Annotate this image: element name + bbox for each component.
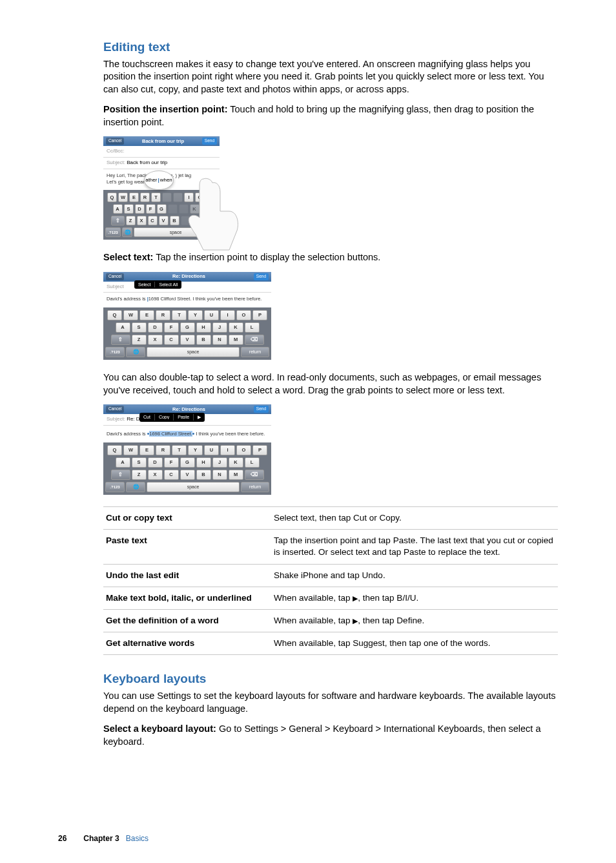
key[interactable]: K [229,457,243,468]
keyboard[interactable]: Q W E R T I O P A S D F G K L [103,190,220,240]
key[interactable]: O [236,445,251,455]
space-key[interactable]: space [147,347,240,357]
paste-button[interactable]: Paste [174,414,194,420]
key-x[interactable]: X [137,216,147,225]
ccbcc-field[interactable]: Cc/Bcc: [103,146,220,158]
key[interactable]: Y [188,445,203,455]
key[interactable]: V [180,470,195,480]
key-a[interactable]: A [113,204,123,214]
key[interactable]: Q [107,310,122,320]
mode-key[interactable]: .?123 [105,227,121,237]
key-f[interactable]: F [146,204,156,214]
key[interactable]: F [164,457,179,468]
key[interactable]: W [123,445,138,455]
key[interactable]: L [245,322,260,333]
key[interactable]: M [229,335,243,345]
key-k[interactable]: K [190,204,200,214]
key[interactable]: Y [188,310,203,320]
subject-field[interactable]: Subject: Re: D Cut Copy Paste ▶ [103,414,271,426]
key[interactable]: U [204,445,219,455]
key[interactable]: K [229,322,243,333]
keyboard[interactable]: QWERTYUIOP ASDFGHJKL ⇧ZXCVBNM⌫ .?123🌐spa… [103,307,271,360]
more-arrow-icon[interactable]: ▶ [194,414,205,420]
key[interactable]: U [204,310,219,320]
key-r[interactable]: R [140,192,150,202]
key[interactable]: H [196,457,211,468]
key[interactable]: R [156,445,170,455]
key-s[interactable]: S [124,204,134,214]
key[interactable]: O [236,310,251,320]
key[interactable]: G [180,457,195,468]
copy-button[interactable]: Copy [155,414,174,420]
globe-key[interactable]: 🌐 [126,482,145,492]
key[interactable]: H [196,322,211,333]
key-y[interactable] [162,192,172,202]
key[interactable]: P [252,445,267,455]
globe-key[interactable]: 🌐 [122,227,132,237]
key[interactable]: T [172,445,187,455]
key-u[interactable] [173,192,183,202]
key-w[interactable]: W [118,192,128,202]
edit-menu[interactable]: Cut Copy Paste ▶ [139,413,205,421]
key[interactable]: X [148,470,163,480]
key-h[interactable] [168,204,178,214]
key-d[interactable]: D [135,204,145,214]
selection-handle-end-icon[interactable]: • [192,430,195,437]
backspace-key[interactable]: ⌫ [245,470,264,480]
key-g[interactable]: G [157,204,167,214]
key-c[interactable]: C [148,216,158,225]
key[interactable]: T [172,310,187,320]
keyboard[interactable]: QWERTYUIOP ASDFGHJKL ⇧ZXCVBNM⌫ .?123🌐spa… [103,442,271,495]
select-all-button[interactable]: Select All [155,282,181,287]
backspace-key[interactable] [203,216,212,225]
key-t[interactable]: T [151,192,161,202]
select-button[interactable]: Select [134,282,155,287]
subject-field[interactable]: Subject: Back from our trip [103,158,220,169]
key-p[interactable]: P [206,192,216,202]
message-body[interactable]: David's address is |1698 Clifford Street… [103,293,271,307]
key[interactable]: A [116,322,130,333]
key[interactable]: X [148,335,163,345]
key[interactable]: W [123,310,138,320]
key[interactable]: C [164,470,179,480]
key[interactable]: B [196,470,211,480]
message-body[interactable]: ather|when Hey Lori, The pack ar m Beliz… [103,169,220,191]
space-key[interactable]: space [134,227,218,237]
key-j[interactable] [179,204,189,214]
globe-key[interactable]: 🌐 [126,347,145,357]
selection-handle-start-icon[interactable]: • [147,430,150,437]
key[interactable]: E [139,310,154,320]
key-e[interactable]: E [129,192,139,202]
subject-field[interactable]: Subject Select Select All [103,282,271,293]
key[interactable]: B [196,335,211,345]
key-o[interactable]: O [195,192,205,202]
message-body[interactable]: David's address is •1698 Clifford Street… [103,426,271,442]
return-key[interactable]: return [241,482,269,492]
edit-menu[interactable]: Select Select All [134,280,181,289]
key[interactable]: Q [107,445,122,455]
cancel-button[interactable]: Cancel [106,273,124,280]
key-n[interactable] [181,216,190,225]
send-button[interactable]: Send [202,138,217,145]
key-v[interactable]: V [159,216,169,225]
shift-key[interactable]: ⇧ [111,470,130,480]
key[interactable]: G [180,322,195,333]
key[interactable]: Z [132,335,147,345]
return-key[interactable]: return [241,347,269,357]
cancel-button[interactable]: Cancel [106,406,124,413]
key[interactable]: R [156,310,170,320]
key[interactable]: I [220,310,235,320]
shift-key[interactable]: ⇧ [111,335,130,345]
mode-key[interactable]: .?123 [105,482,125,492]
key[interactable]: D [148,457,163,468]
key[interactable]: F [164,322,179,333]
key[interactable]: Z [132,470,147,480]
key[interactable]: L [245,457,260,468]
key[interactable]: N [212,470,227,480]
space-key[interactable]: space [147,482,240,492]
key-q[interactable]: Q [107,192,117,202]
backspace-key[interactable]: ⌫ [245,335,264,345]
key[interactable]: S [132,457,147,468]
key-b[interactable]: B [170,216,180,225]
key[interactable]: S [132,322,147,333]
